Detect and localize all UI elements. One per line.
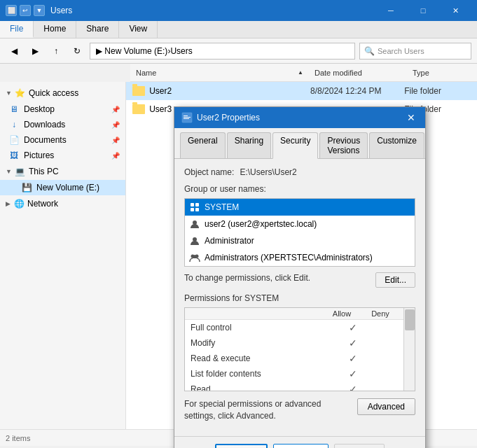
svg-rect-4 [191, 203, 194, 206]
edit-button[interactable]: Edit... [375, 272, 415, 288]
perm-name-read: Read [191, 384, 332, 391]
perm-allow-modify: ✓ [332, 337, 374, 349]
user-icon-system [189, 202, 200, 213]
modal-title-bar: User2 Properties ✕ [174, 107, 425, 128]
user-item-system[interactable]: SYSTEM [185, 199, 415, 216]
svg-rect-2 [184, 118, 189, 119]
modal-title-icon [181, 112, 193, 123]
users-list: SYSTEM user2 (user2@xpertstec.local) [184, 198, 415, 267]
perm-allow-fullcontrol: ✓ [332, 322, 374, 333]
perm-name-readexecute: Read & execute [191, 354, 332, 363]
perm-col-deny: Deny [363, 309, 398, 318]
tab-customize[interactable]: Customize [369, 132, 424, 158]
group-label: Group or user names: [184, 184, 415, 194]
modal-title-text: User2 Properties [197, 113, 260, 122]
close-button[interactable]: Close [215, 444, 268, 448]
advanced-text: For special permissions or advanced sett… [184, 398, 350, 422]
user-icon-user2 [189, 218, 200, 230]
perm-allow-read: ✓ [332, 384, 374, 391]
user-item-user2[interactable]: user2 (user2@xpertstec.local) [185, 216, 415, 232]
modal-overlay: User2 Properties ✕ General Sharing Secur… [0, 0, 477, 448]
change-text: To change permissions, click Edit. [184, 273, 310, 283]
perm-row-readexecute: Read & execute ✓ [185, 351, 415, 366]
perm-row-fullcontrol: Full control ✓ [185, 320, 415, 335]
tab-general[interactable]: General [180, 132, 226, 158]
cancel-button[interactable]: Cancel [273, 444, 329, 448]
tab-sharing[interactable]: Sharing [227, 132, 271, 158]
user-icon-administrators [189, 252, 200, 263]
object-name-row: Object name: E:\Users\User2 [184, 167, 415, 177]
perm-allow-readexecute: ✓ [332, 353, 374, 364]
perm-row-modify: Modify ✓ [185, 335, 415, 351]
svg-rect-3 [184, 115, 188, 116]
perm-scrollbar[interactable] [403, 308, 415, 391]
svg-rect-1 [184, 117, 191, 118]
object-name-label: Object name: [184, 167, 234, 177]
dialog-tabs: General Sharing Security Previous Versio… [174, 128, 425, 159]
user-name-user2: user2 (user2@xpertstec.local) [205, 219, 317, 229]
object-name-value: E:\Users\User2 [240, 167, 296, 177]
perm-allow-listfolder: ✓ [332, 368, 374, 379]
advanced-section: For special permissions or advanced sett… [184, 398, 415, 422]
properties-dialog: User2 Properties ✕ General Sharing Secur… [174, 106, 426, 448]
advanced-button[interactable]: Advanced [357, 398, 415, 415]
tab-security[interactable]: Security [272, 132, 318, 159]
user-name-administrators: Administrators (XPERTSTEC\Administrators… [205, 253, 373, 262]
perm-row-read: Read ✓ [185, 382, 415, 391]
apply-button[interactable]: Apply [334, 444, 385, 448]
svg-rect-6 [191, 208, 194, 211]
perm-row-listfolder: List folder contents ✓ [185, 366, 415, 382]
perm-name-modify: Modify [191, 338, 332, 348]
perm-scroll-thumb [405, 309, 415, 330]
dialog-footer: Close Cancel Apply [174, 436, 425, 448]
dialog-body: Object name: E:\Users\User2 Group or use… [174, 159, 425, 430]
perm-name-fullcontrol: Full control [191, 323, 332, 332]
perm-table-container: Allow Deny Full control ✓ Modify ✓ [184, 307, 415, 391]
user-item-administrator[interactable]: Administrator [185, 232, 415, 249]
perm-col-allow: Allow [321, 309, 363, 318]
change-perm-row: To change permissions, click Edit. Edit.… [184, 272, 415, 288]
tab-previous-versions[interactable]: Previous Versions [319, 132, 368, 158]
perm-section: Permissions for SYSTEM Allow Deny Full c… [184, 293, 415, 391]
user-icon-administrator [189, 235, 200, 246]
user-name-system: SYSTEM [205, 202, 239, 212]
perm-name-listfolder: List folder contents [191, 369, 332, 379]
user-item-administrators[interactable]: Administrators (XPERTSTEC\Administrators… [185, 249, 415, 266]
modal-close-button[interactable]: ✕ [404, 111, 418, 125]
user-name-administrator: Administrator [205, 236, 254, 246]
svg-rect-7 [195, 208, 199, 211]
perm-col-name [191, 309, 321, 318]
perm-label: Permissions for SYSTEM [184, 293, 415, 303]
perm-header: Allow Deny [185, 308, 415, 320]
svg-rect-5 [195, 203, 199, 206]
